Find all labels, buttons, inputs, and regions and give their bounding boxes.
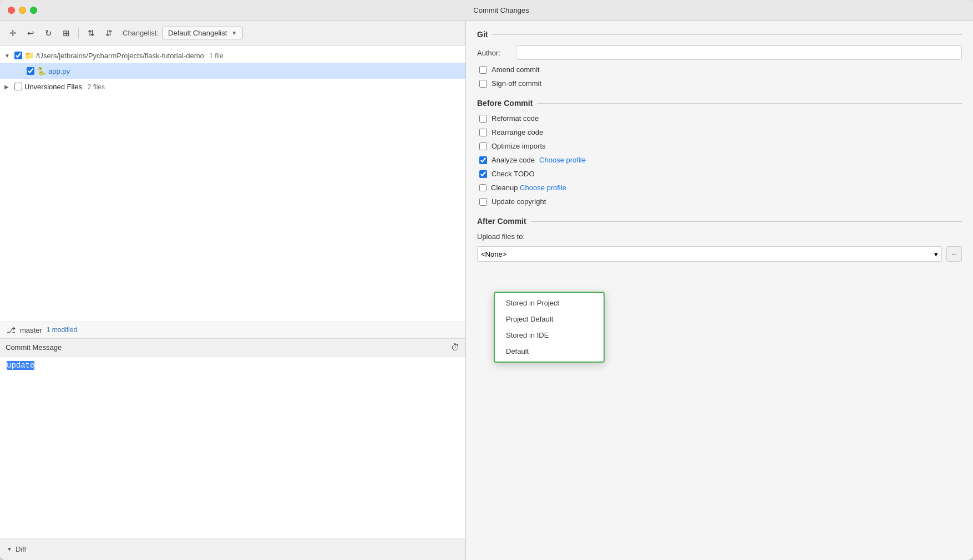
rearrange-code-checkbox[interactable] — [479, 129, 487, 136]
tree-filename-label: app.py — [48, 67, 461, 75]
diff-expand-icon: ▼ — [7, 546, 12, 552]
toolbar: ✛ ↩ ↻ ⊞ ⇅ ⇵ Changelist: Default Changeli… — [0, 21, 465, 45]
dropdown-item-stored-project[interactable]: Stored in Project — [495, 295, 604, 311]
commit-message-text[interactable]: update — [0, 357, 465, 538]
after-commit-section: After Commit Upload files to: <None> ▾ ·… — [477, 217, 962, 262]
author-input[interactable] — [516, 45, 962, 60]
file-tree: ▼ 📁 /Users/jetbrains/PycharmProjects/fla… — [0, 45, 465, 322]
commit-message-area: Commit Message ⏱ update — [0, 338, 465, 538]
unversioned-label: Unversioned Files 2 files — [24, 83, 461, 91]
before-commit-title: Before Commit — [477, 99, 962, 108]
amend-commit-label: Amend commit — [491, 65, 540, 74]
git-section-title: Git — [477, 30, 962, 39]
expand-button[interactable]: ⇅ — [84, 26, 98, 40]
optimize-imports-row: Optimize imports — [477, 142, 962, 150]
cleanup-checkbox[interactable] — [479, 184, 486, 191]
branch-bar: ⎇ master 1 modified — [0, 322, 465, 338]
traffic-lights — [8, 7, 37, 14]
before-commit-section: Before Commit Reformat code Rearrange co… — [477, 99, 962, 206]
main-content: ✛ ↩ ↻ ⊞ ⇅ ⇵ Changelist: Default Changeli… — [0, 21, 973, 560]
dropdown-item-project-default[interactable]: Project Default — [495, 311, 604, 327]
check-todo-row: Check TODO — [477, 170, 962, 178]
cleanup-row: Cleanup Choose profile — [477, 184, 962, 192]
upload-files-row: Upload files to: — [477, 232, 962, 241]
folder-icon-root: 📁 — [24, 51, 34, 60]
update-copyright-row: Update copyright — [477, 197, 962, 206]
author-row: Author: — [477, 45, 962, 60]
analyze-code-row: Analyze code Choose profile — [477, 156, 962, 164]
history-button[interactable]: ⏱ — [451, 343, 460, 353]
changelist-label: Changelist: — [123, 29, 159, 37]
tree-row-app-py[interactable]: 🐍 app.py — [0, 63, 465, 79]
commit-message-header: Commit Message ⏱ — [0, 339, 465, 357]
update-copyright-checkbox[interactable] — [479, 198, 487, 206]
dropdown-item-stored-ide[interactable]: Stored in IDE — [495, 327, 604, 343]
branch-name: master — [20, 326, 42, 334]
amend-commit-row: Amend commit — [477, 65, 962, 74]
choose-profile-dropdown: Stored in Project Project Default Stored… — [494, 292, 605, 363]
upload-select[interactable]: <None> ▾ — [477, 246, 942, 262]
modified-badge[interactable]: 1 modified — [47, 326, 77, 334]
diff-label: Diff — [16, 545, 26, 553]
right-panel: Git Author: Amend commit Sign-off commit… — [466, 21, 973, 560]
undo-button[interactable]: ↩ — [23, 26, 38, 40]
separator-1 — [78, 28, 79, 39]
upload-arrow: ▾ — [934, 250, 938, 258]
rearrange-code-row: Rearrange code — [477, 128, 962, 136]
commit-textarea-wrapper: update — [0, 357, 465, 538]
changelist-arrow: ▼ — [231, 30, 237, 36]
git-section: Git Author: Amend commit Sign-off commit — [477, 30, 962, 88]
upload-value: <None> — [481, 250, 506, 258]
analyze-code-checkbox[interactable] — [479, 156, 487, 164]
commit-text-highlight: update — [7, 361, 34, 370]
upload-label: Upload files to: — [477, 232, 544, 241]
dropdown-item-default[interactable]: Default — [495, 343, 604, 359]
group-button[interactable]: ⊞ — [59, 26, 73, 40]
update-copyright-label: Update copyright — [491, 197, 546, 206]
changelist-dropdown[interactable]: Default Changelist ▼ — [162, 27, 243, 39]
window-title: Commit Changes — [37, 6, 965, 14]
cleanup-label: Cleanup Choose profile — [491, 184, 566, 192]
tree-row-unversioned[interactable]: ▶ Unversioned Files 2 files — [0, 79, 465, 94]
reformat-code-row: Reformat code — [477, 114, 962, 123]
after-commit-title: After Commit — [477, 217, 962, 226]
checkbox-app-py[interactable] — [27, 67, 34, 75]
branch-icon: ⎇ — [7, 325, 16, 334]
tree-path-label: /Users/jetbrains/PycharmProjects/flask-t… — [36, 52, 461, 60]
optimize-imports-checkbox[interactable] — [479, 142, 487, 150]
choose-profile-link[interactable]: Choose profile — [539, 156, 586, 164]
pin-button[interactable]: ✛ — [6, 26, 20, 40]
reformat-code-label: Reformat code — [491, 114, 539, 123]
analyze-code-label: Analyze code — [491, 156, 535, 164]
left-panel: ✛ ↩ ↻ ⊞ ⇅ ⇵ Changelist: Default Changeli… — [0, 21, 466, 560]
diff-section[interactable]: ▼ Diff — [0, 538, 465, 560]
title-bar: Commit Changes — [0, 0, 973, 21]
upload-more-button[interactable]: ··· — [946, 246, 962, 262]
commit-message-label: Commit Message — [6, 343, 62, 352]
author-label: Author: — [477, 49, 510, 57]
reformat-code-checkbox[interactable] — [479, 115, 487, 123]
rearrange-code-label: Rearrange code — [491, 128, 543, 136]
expand-icon-unversioned: ▶ — [4, 84, 12, 90]
collapse-button[interactable]: ⇵ — [102, 26, 116, 40]
cleanup-profile-link[interactable]: Choose profile — [520, 184, 566, 192]
tree-row-root[interactable]: ▼ 📁 /Users/jetbrains/PycharmProjects/fla… — [0, 48, 465, 63]
close-button[interactable] — [8, 7, 15, 14]
main-window: Commit Changes ✛ ↩ ↻ ⊞ ⇅ ⇵ Changelist: D… — [0, 0, 973, 560]
minimize-button[interactable] — [19, 7, 26, 14]
checkbox-root[interactable] — [14, 52, 22, 59]
changelist-value: Default Changelist — [168, 29, 227, 37]
optimize-imports-label: Optimize imports — [491, 142, 546, 150]
checkbox-unversioned[interactable] — [14, 83, 22, 90]
amend-commit-checkbox[interactable] — [479, 66, 487, 74]
python-file-icon: 🐍 — [37, 67, 46, 75]
sign-off-row: Sign-off commit — [477, 79, 962, 88]
sign-off-label: Sign-off commit — [491, 79, 541, 88]
maximize-button[interactable] — [30, 7, 37, 14]
sign-off-checkbox[interactable] — [479, 80, 487, 88]
check-todo-checkbox[interactable] — [479, 170, 487, 178]
refresh-button[interactable]: ↻ — [41, 26, 55, 40]
check-todo-label: Check TODO — [491, 170, 535, 178]
expand-icon-root: ▼ — [4, 53, 12, 59]
upload-row: <None> ▾ ··· — [477, 246, 962, 262]
